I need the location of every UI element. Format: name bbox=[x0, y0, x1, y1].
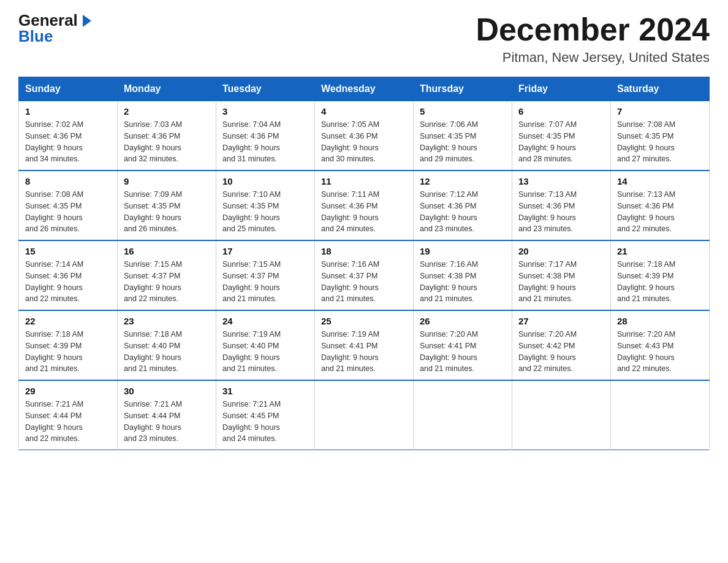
day-number: 21 bbox=[617, 246, 703, 256]
table-row: 23Sunrise: 7:18 AMSunset: 4:40 PMDayligh… bbox=[118, 310, 216, 380]
day-info: Sunrise: 7:19 AMSunset: 4:41 PMDaylight:… bbox=[321, 329, 407, 375]
table-row: 8Sunrise: 7:08 AMSunset: 4:35 PMDaylight… bbox=[19, 170, 118, 240]
page-header: General Blue December 2024 Pitman, New J… bbox=[18, 12, 710, 66]
logo-triangle-icon bbox=[83, 15, 91, 27]
table-row: 21Sunrise: 7:18 AMSunset: 4:39 PMDayligh… bbox=[611, 240, 710, 310]
day-info: Sunrise: 7:06 AMSunset: 4:35 PMDaylight:… bbox=[420, 119, 506, 165]
day-number: 3 bbox=[222, 106, 308, 117]
day-info: Sunrise: 7:15 AMSunset: 4:37 PMDaylight:… bbox=[124, 259, 210, 305]
day-number: 9 bbox=[124, 176, 210, 186]
calendar-body: 1Sunrise: 7:02 AMSunset: 4:36 PMDaylight… bbox=[19, 101, 710, 450]
day-info: Sunrise: 7:21 AMSunset: 4:44 PMDaylight:… bbox=[124, 399, 210, 445]
day-number: 18 bbox=[321, 246, 407, 256]
day-number: 15 bbox=[25, 246, 111, 256]
day-info: Sunrise: 7:07 AMSunset: 4:35 PMDaylight:… bbox=[518, 119, 604, 165]
day-number: 4 bbox=[321, 106, 407, 117]
table-row: 15Sunrise: 7:14 AMSunset: 4:36 PMDayligh… bbox=[19, 240, 118, 310]
day-number: 19 bbox=[420, 246, 506, 256]
table-row: 13Sunrise: 7:13 AMSunset: 4:36 PMDayligh… bbox=[512, 170, 611, 240]
day-info: Sunrise: 7:10 AMSunset: 4:35 PMDaylight:… bbox=[222, 189, 308, 235]
day-info: Sunrise: 7:08 AMSunset: 4:35 PMDaylight:… bbox=[617, 119, 703, 165]
day-number: 5 bbox=[420, 106, 506, 117]
header-tuesday: Tuesday bbox=[216, 77, 315, 101]
header-wednesday: Wednesday bbox=[315, 77, 414, 101]
day-info: Sunrise: 7:18 AMSunset: 4:39 PMDaylight:… bbox=[617, 259, 703, 305]
day-number: 10 bbox=[222, 176, 308, 186]
day-info: Sunrise: 7:13 AMSunset: 4:36 PMDaylight:… bbox=[617, 189, 703, 235]
logo-general: General bbox=[18, 12, 78, 28]
day-number: 29 bbox=[25, 386, 111, 396]
day-number: 11 bbox=[321, 176, 407, 186]
day-number: 16 bbox=[124, 246, 210, 256]
day-info: Sunrise: 7:20 AMSunset: 4:41 PMDaylight:… bbox=[420, 329, 506, 375]
day-info: Sunrise: 7:11 AMSunset: 4:36 PMDaylight:… bbox=[321, 189, 407, 235]
day-info: Sunrise: 7:21 AMSunset: 4:45 PMDaylight:… bbox=[222, 399, 308, 445]
table-row: 20Sunrise: 7:17 AMSunset: 4:38 PMDayligh… bbox=[512, 240, 611, 310]
table-row bbox=[512, 380, 611, 450]
day-info: Sunrise: 7:16 AMSunset: 4:37 PMDaylight:… bbox=[321, 259, 407, 305]
day-number: 22 bbox=[25, 316, 111, 326]
month-title: December 2024 bbox=[476, 12, 710, 47]
day-number: 26 bbox=[420, 316, 506, 326]
day-info: Sunrise: 7:09 AMSunset: 4:35 PMDaylight:… bbox=[124, 189, 210, 235]
day-info: Sunrise: 7:08 AMSunset: 4:35 PMDaylight:… bbox=[25, 189, 111, 235]
table-row: 6Sunrise: 7:07 AMSunset: 4:35 PMDaylight… bbox=[512, 101, 611, 171]
table-row: 2Sunrise: 7:03 AMSunset: 4:36 PMDaylight… bbox=[118, 101, 216, 171]
day-number: 23 bbox=[124, 316, 210, 326]
table-row: 29Sunrise: 7:21 AMSunset: 4:44 PMDayligh… bbox=[19, 380, 118, 450]
day-number: 14 bbox=[617, 176, 703, 186]
day-number: 12 bbox=[420, 176, 506, 186]
table-row: 14Sunrise: 7:13 AMSunset: 4:36 PMDayligh… bbox=[611, 170, 710, 240]
calendar-header: Sunday Monday Tuesday Wednesday Thursday… bbox=[19, 77, 710, 101]
table-row: 19Sunrise: 7:16 AMSunset: 4:38 PMDayligh… bbox=[414, 240, 512, 310]
day-number: 1 bbox=[25, 106, 111, 117]
day-info: Sunrise: 7:13 AMSunset: 4:36 PMDaylight:… bbox=[518, 189, 604, 235]
table-row bbox=[414, 380, 512, 450]
day-number: 7 bbox=[617, 106, 703, 117]
title-section: December 2024 Pitman, New Jersey, United… bbox=[476, 12, 710, 66]
day-info: Sunrise: 7:04 AMSunset: 4:36 PMDaylight:… bbox=[222, 119, 308, 165]
header-friday: Friday bbox=[512, 77, 611, 101]
table-row: 5Sunrise: 7:06 AMSunset: 4:35 PMDaylight… bbox=[414, 101, 512, 171]
table-row: 18Sunrise: 7:16 AMSunset: 4:37 PMDayligh… bbox=[315, 240, 414, 310]
day-info: Sunrise: 7:21 AMSunset: 4:44 PMDaylight:… bbox=[25, 399, 111, 445]
day-number: 13 bbox=[518, 176, 604, 186]
table-row: 11Sunrise: 7:11 AMSunset: 4:36 PMDayligh… bbox=[315, 170, 414, 240]
table-row: 28Sunrise: 7:20 AMSunset: 4:43 PMDayligh… bbox=[611, 310, 710, 380]
day-info: Sunrise: 7:17 AMSunset: 4:38 PMDaylight:… bbox=[518, 259, 604, 305]
day-number: 27 bbox=[518, 316, 604, 326]
header-monday: Monday bbox=[118, 77, 216, 101]
table-row: 16Sunrise: 7:15 AMSunset: 4:37 PMDayligh… bbox=[118, 240, 216, 310]
day-number: 2 bbox=[124, 106, 210, 117]
day-info: Sunrise: 7:12 AMSunset: 4:36 PMDaylight:… bbox=[420, 189, 506, 235]
day-number: 28 bbox=[617, 316, 703, 326]
table-row: 25Sunrise: 7:19 AMSunset: 4:41 PMDayligh… bbox=[315, 310, 414, 380]
day-info: Sunrise: 7:02 AMSunset: 4:36 PMDaylight:… bbox=[25, 119, 111, 165]
calendar-table: Sunday Monday Tuesday Wednesday Thursday… bbox=[18, 77, 710, 450]
logo: General Blue bbox=[18, 12, 91, 44]
day-info: Sunrise: 7:15 AMSunset: 4:37 PMDaylight:… bbox=[222, 259, 308, 305]
day-info: Sunrise: 7:20 AMSunset: 4:42 PMDaylight:… bbox=[518, 329, 604, 375]
day-number: 20 bbox=[518, 246, 604, 256]
table-row: 4Sunrise: 7:05 AMSunset: 4:36 PMDaylight… bbox=[315, 101, 414, 171]
table-row: 12Sunrise: 7:12 AMSunset: 4:36 PMDayligh… bbox=[414, 170, 512, 240]
day-number: 31 bbox=[222, 386, 308, 396]
day-info: Sunrise: 7:14 AMSunset: 4:36 PMDaylight:… bbox=[25, 259, 111, 305]
table-row: 17Sunrise: 7:15 AMSunset: 4:37 PMDayligh… bbox=[216, 240, 315, 310]
table-row: 26Sunrise: 7:20 AMSunset: 4:41 PMDayligh… bbox=[414, 310, 512, 380]
header-thursday: Thursday bbox=[414, 77, 512, 101]
table-row: 31Sunrise: 7:21 AMSunset: 4:45 PMDayligh… bbox=[216, 380, 315, 450]
table-row bbox=[315, 380, 414, 450]
day-info: Sunrise: 7:03 AMSunset: 4:36 PMDaylight:… bbox=[124, 119, 210, 165]
table-row bbox=[611, 380, 710, 450]
day-info: Sunrise: 7:05 AMSunset: 4:36 PMDaylight:… bbox=[321, 119, 407, 165]
logo-blue: Blue bbox=[18, 27, 53, 45]
table-row: 22Sunrise: 7:18 AMSunset: 4:39 PMDayligh… bbox=[19, 310, 118, 380]
table-row: 3Sunrise: 7:04 AMSunset: 4:36 PMDaylight… bbox=[216, 101, 315, 171]
day-info: Sunrise: 7:19 AMSunset: 4:40 PMDaylight:… bbox=[222, 329, 308, 375]
header-saturday: Saturday bbox=[611, 77, 710, 101]
header-sunday: Sunday bbox=[19, 77, 118, 101]
day-info: Sunrise: 7:18 AMSunset: 4:39 PMDaylight:… bbox=[25, 329, 111, 375]
day-info: Sunrise: 7:18 AMSunset: 4:40 PMDaylight:… bbox=[124, 329, 210, 375]
day-number: 17 bbox=[222, 246, 308, 256]
